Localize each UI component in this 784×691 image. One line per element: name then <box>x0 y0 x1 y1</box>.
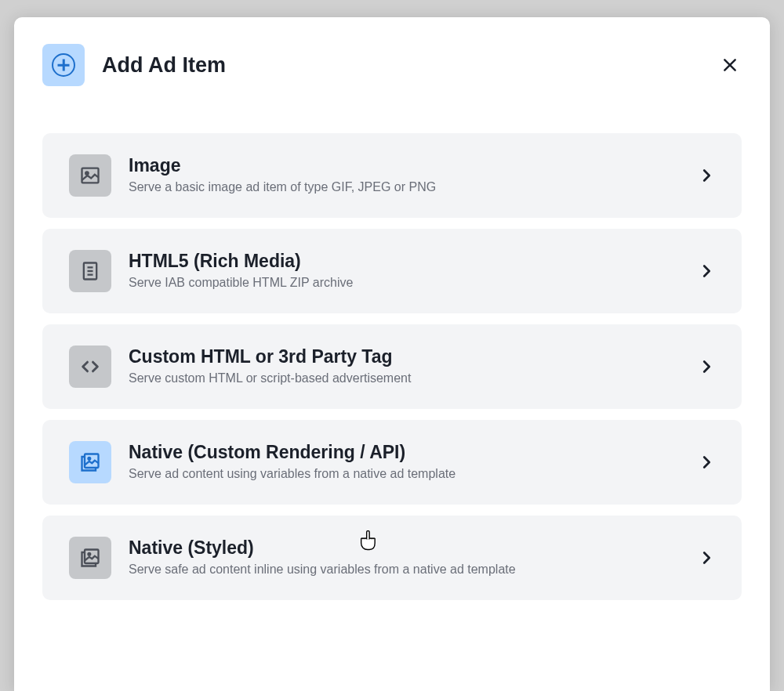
option-text: Image Serve a basic image ad item of typ… <box>129 155 698 196</box>
close-icon <box>722 57 738 73</box>
modal-header: Add Ad Item <box>42 44 742 86</box>
chevron-right-icon <box>698 167 715 184</box>
option-text: Custom HTML or 3rd Party Tag Serve custo… <box>129 346 698 387</box>
option-text: HTML5 (Rich Media) Serve IAB compatible … <box>129 251 698 291</box>
option-description: Serve custom HTML or script-based advert… <box>129 371 698 387</box>
option-custom-html[interactable]: Custom HTML or 3rd Party Tag Serve custo… <box>42 324 742 409</box>
native-styled-icon <box>69 537 111 579</box>
option-title: Native (Styled) <box>129 537 698 559</box>
option-native-api[interactable]: Native (Custom Rendering / API) Serve ad… <box>42 420 742 505</box>
option-title: Native (Custom Rendering / API) <box>129 442 698 463</box>
option-description: Serve ad content using variables from a … <box>129 466 698 483</box>
option-description: Serve IAB compatible HTML ZIP archive <box>129 275 698 291</box>
option-description: Serve safe ad content inline using varia… <box>129 562 698 578</box>
option-description: Serve a basic image ad item of type GIF,… <box>129 179 698 196</box>
add-ad-item-modal: Add Ad Item Image Serve a basic image ad… <box>14 17 770 691</box>
image-icon <box>69 154 111 197</box>
option-list: Image Serve a basic image ad item of typ… <box>42 133 742 600</box>
chevron-right-icon <box>698 454 715 471</box>
svg-point-1 <box>85 172 89 175</box>
plus-circle-icon <box>42 44 85 86</box>
svg-point-7 <box>88 458 90 460</box>
close-button[interactable] <box>718 53 742 77</box>
option-text: Native (Styled) Serve safe ad content in… <box>129 537 698 578</box>
chevron-right-icon <box>698 262 715 280</box>
option-title: Image <box>129 155 698 176</box>
modal-title: Add Ad Item <box>102 53 718 78</box>
document-icon <box>69 250 111 292</box>
option-image[interactable]: Image Serve a basic image ad item of typ… <box>42 133 742 218</box>
option-html5[interactable]: HTML5 (Rich Media) Serve IAB compatible … <box>42 229 742 313</box>
option-native-styled[interactable]: Native (Styled) Serve safe ad content in… <box>42 516 742 600</box>
chevron-right-icon <box>698 549 715 566</box>
option-title: HTML5 (Rich Media) <box>129 251 698 272</box>
chevron-right-icon <box>698 358 715 375</box>
svg-point-9 <box>88 553 90 555</box>
option-title: Custom HTML or 3rd Party Tag <box>129 346 698 367</box>
option-text: Native (Custom Rendering / API) Serve ad… <box>129 442 698 483</box>
code-icon <box>69 346 111 388</box>
native-api-icon <box>69 441 111 483</box>
